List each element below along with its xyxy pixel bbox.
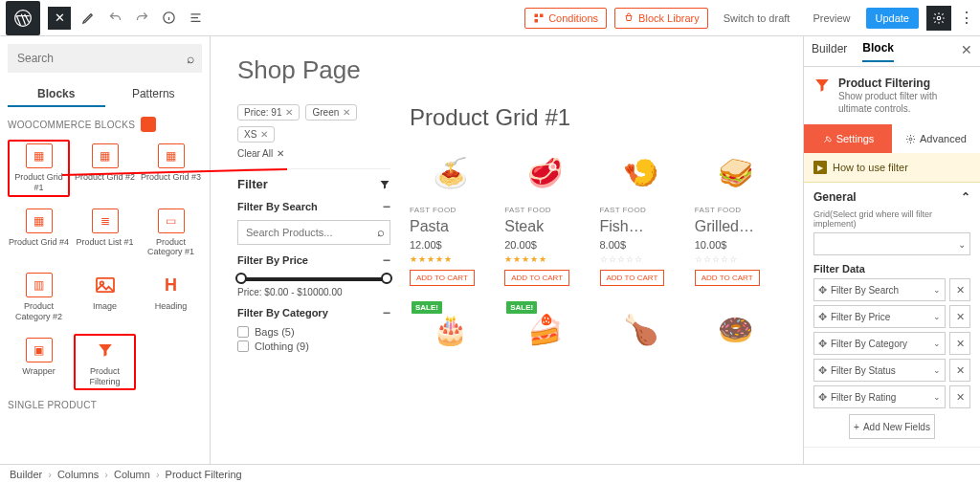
tab-blocks[interactable]: Blocks (8, 80, 105, 107)
panel-tab-builder[interactable]: Builder (812, 42, 847, 61)
close-icon: ✕ (343, 107, 350, 118)
remove-button[interactable]: ✕ (949, 332, 970, 355)
close-icon: ✕ (260, 129, 268, 140)
product-image: 🥩 (504, 143, 586, 202)
play-icon: ▶ (813, 161, 827, 174)
add-to-cart-button[interactable]: ADD TO CART (600, 270, 665, 286)
tab-settings[interactable]: Settings (804, 124, 892, 153)
page-title: Shop Page (237, 55, 776, 85)
price-slider[interactable] (239, 277, 389, 281)
block-product-category-2[interactable]: ▥Product Category #2 (8, 269, 70, 326)
add-to-cart-button[interactable]: ADD TO CART (410, 270, 475, 286)
svg-point-5 (937, 16, 941, 20)
block-title: Product Filtering (838, 77, 970, 90)
tab-patterns[interactable]: Patterns (105, 80, 203, 107)
block-product-filtering[interactable]: Product Filtering (74, 334, 136, 391)
block-product-grid-2[interactable]: ▦Product Grid #2 (74, 140, 136, 197)
close-icon: ✕ (285, 107, 293, 118)
clear-all-button[interactable]: Clear All✕ (237, 148, 390, 159)
facet-search-label: Filter By Search (237, 201, 318, 212)
more-options-icon[interactable]: ⋮ (959, 9, 974, 27)
block-image[interactable]: Image (74, 269, 136, 326)
checkbox-clothing[interactable]: Clothing (9) (237, 340, 390, 352)
rating-stars: ★★★★★ (410, 254, 491, 264)
remove-button[interactable]: ✕ (949, 385, 970, 408)
howto-bar[interactable]: ▶How to use filter (804, 153, 980, 183)
grid-title: Product Grid #1 (410, 104, 776, 131)
section-general-label: General (813, 190, 857, 204)
preview-button[interactable]: Preview (805, 9, 858, 28)
collapse-icon[interactable]: − (383, 252, 390, 268)
fd-item-status[interactable]: ✥Filter By Status⌄ (813, 359, 946, 382)
remove-button[interactable]: ✕ (949, 305, 970, 328)
update-button[interactable]: Update (866, 8, 919, 29)
fd-item-rating[interactable]: ✥Filter By Rating⌄ (813, 385, 946, 408)
product-card[interactable]: 🍝 FAST FOOD Pasta 12.00$ ★★★★★ ADD TO CA… (410, 143, 491, 286)
add-to-cart-button[interactable]: ADD TO CART (504, 270, 569, 286)
block-heading[interactable]: HHeading (140, 269, 202, 326)
product-card[interactable]: 🍤 FAST FOOD Fish… 8.00$ ☆☆☆☆☆ ADD TO CAR… (600, 143, 681, 286)
conditions-button[interactable]: Conditions (524, 8, 607, 29)
tab-advanced[interactable]: Advanced (892, 124, 980, 153)
fd-item-search[interactable]: ✥Filter By Search⌄ (813, 278, 946, 301)
chip-price[interactable]: Price: 91✕ (237, 104, 300, 121)
block-library-button[interactable]: Block Library (614, 8, 708, 29)
chevron-up-icon[interactable]: ⌃ (961, 190, 970, 204)
crumb-item[interactable]: Column (114, 469, 150, 480)
add-to-cart-button[interactable]: ADD TO CART (695, 270, 760, 286)
checkbox-bags[interactable]: Bags (5) (237, 326, 390, 338)
block-product-category-1[interactable]: ▭Product Category #1 (140, 205, 202, 262)
undo-icon[interactable] (105, 9, 124, 28)
section-woocommerce-label: WOOCOMMERCE BLOCKS (8, 117, 202, 132)
filter-sidebar: Price: 91✕ Green✕ XS✕ Clear All✕ Filter … (237, 104, 390, 359)
fd-item-price[interactable]: ✥Filter By Price⌄ (813, 305, 946, 328)
panel-close-icon[interactable]: ✕ (961, 42, 972, 57)
remove-button[interactable]: ✕ (949, 359, 970, 382)
block-product-grid-4[interactable]: ▦Product Grid #4 (8, 205, 70, 262)
product-card[interactable]: 🥪 FAST FOOD Grilled… 10.00$ ☆☆☆☆☆ ADD TO… (695, 143, 776, 286)
block-product-list-1[interactable]: ≣Product List #1 (74, 205, 136, 262)
search-icon: ⌕ (187, 51, 194, 66)
collapse-icon[interactable]: − (383, 305, 390, 320)
collapse-icon[interactable]: − (383, 199, 390, 214)
product-image: 🥪 (695, 143, 776, 202)
product-card[interactable]: 🥩 FAST FOOD Steak 20.00$ ★★★★★ ADD TO CA… (504, 143, 586, 286)
product-card[interactable]: 🍩 (695, 299, 776, 359)
crumb-item[interactable]: Columns (57, 469, 99, 480)
block-description: Show product filter with ultimate contro… (838, 90, 970, 115)
wordpress-logo[interactable] (6, 1, 40, 35)
grid-select[interactable]: ⌄ (813, 232, 970, 255)
switch-draft-button[interactable]: Switch to draft (716, 9, 798, 28)
conditions-label: Conditions (548, 12, 598, 24)
product-card[interactable]: SALE!🎂 (410, 299, 491, 359)
editor-canvas: Shop Page Price: 91✕ Green✕ XS✕ Clear Al… (211, 36, 803, 464)
block-product-grid-1[interactable]: ▦Product Grid #1 (8, 140, 70, 197)
crumb-item[interactable]: Product Filtering (166, 469, 242, 480)
product-card[interactable]: 🍗 (600, 299, 681, 359)
info-icon[interactable] (159, 9, 178, 28)
woo-icon (141, 117, 156, 132)
filter-search-input[interactable] (237, 220, 390, 245)
product-image: 🍝 (410, 143, 491, 202)
outline-icon[interactable] (186, 9, 205, 28)
settings-gear-button[interactable] (926, 6, 951, 31)
inserter-search-input[interactable] (8, 44, 202, 73)
panel-tab-block[interactable]: Block (862, 41, 894, 62)
close-editor-button[interactable]: ✕ (48, 7, 71, 30)
chip-xs[interactable]: XS✕ (237, 126, 275, 143)
add-new-fields-button[interactable]: + Add New Fields (849, 414, 935, 439)
product-name: Pasta (410, 218, 491, 235)
fd-item-category[interactable]: ✥Filter By Category⌄ (813, 332, 946, 355)
settings-panel: Builder Block ✕ Product Filtering Show p… (803, 36, 980, 464)
redo-icon[interactable] (132, 9, 151, 28)
block-wrapper[interactable]: ▣Wrapper (8, 334, 70, 391)
filter-heading: Filter (237, 177, 268, 191)
remove-button[interactable]: ✕ (949, 278, 970, 301)
pencil-icon[interactable] (78, 9, 98, 28)
breadcrumb: Builder› Columns› Column› Product Filter… (0, 464, 980, 483)
block-product-grid-3[interactable]: ▦Product Grid #3 (140, 140, 202, 197)
crumb-item[interactable]: Builder (10, 469, 42, 480)
product-card[interactable]: SALE!🍰 (504, 299, 586, 359)
svg-point-8 (909, 138, 912, 141)
chip-green[interactable]: Green✕ (305, 104, 357, 121)
